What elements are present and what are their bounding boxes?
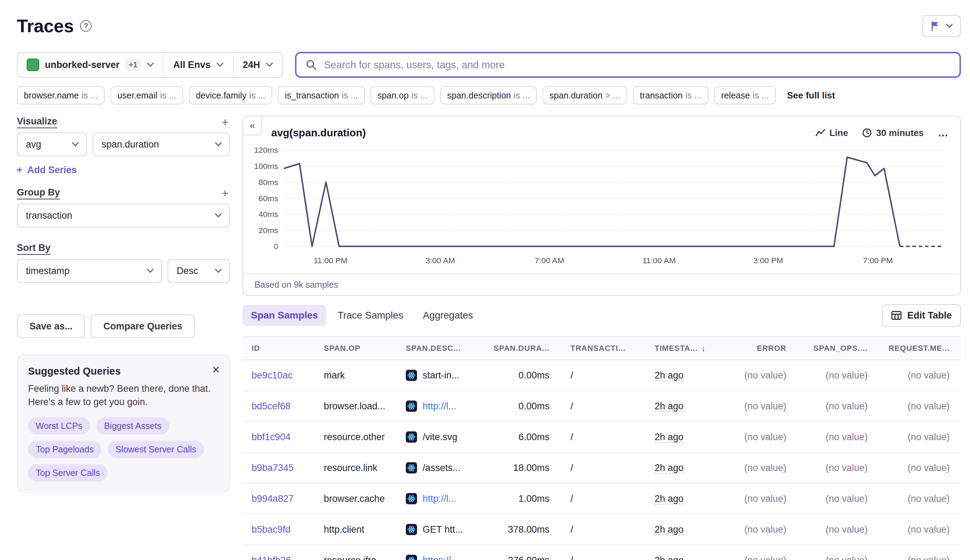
svg-text:7:00 AM: 7:00 AM (535, 256, 564, 265)
span-description-link[interactable]: http://l... (423, 401, 456, 412)
column-header[interactable]: SPAN.DESC... (406, 344, 490, 353)
timerange-selector[interactable]: 24H (233, 53, 283, 77)
add-series-button[interactable]: + Add Series (17, 165, 77, 175)
environment-selector[interactable]: All Envs (163, 53, 233, 77)
interval-label: 30 minutes (876, 128, 924, 138)
compare-queries-button[interactable]: Compare Queries (91, 314, 195, 338)
filter-chip[interactable]: releaseis ... (714, 86, 776, 105)
tab-span-samples[interactable]: Span Samples (242, 305, 326, 326)
suggested-query-chip[interactable]: Slowest Server Calls (108, 441, 204, 458)
error-cell: (no value) (735, 493, 787, 504)
span-id-link[interactable]: b994a827 (252, 493, 294, 504)
timestamp-cell: 2h ago (655, 432, 735, 443)
filter-chip-key: span.description (447, 90, 511, 100)
request-method-cell: (no value) (868, 524, 950, 535)
whats-new-button[interactable] (922, 15, 961, 37)
span-id-link[interactable]: bd5cef68 (252, 401, 290, 412)
chevron-down-icon (215, 213, 222, 218)
filter-chip-condition: is ... (753, 90, 769, 100)
filter-chip[interactable]: browser.nameis ... (17, 86, 105, 105)
transaction-cell: / (550, 401, 655, 412)
column-header[interactable]: TIMESTA...↓ (655, 343, 735, 353)
span-description-link[interactable]: http://l... (423, 493, 456, 504)
field-select[interactable]: span.duration (93, 132, 230, 156)
error-cell: (no value) (735, 432, 787, 443)
column-header[interactable]: TRANSACTI... (550, 344, 655, 353)
timestamp-cell: 2h ago (655, 401, 735, 412)
filter-chip[interactable]: transactionis ... (633, 86, 708, 105)
span-id-link[interactable]: b9ba7345 (252, 463, 294, 473)
column-header-label: REQUEST.ME... (889, 344, 950, 353)
close-icon[interactable]: ✕ (212, 364, 220, 376)
sort-field-select[interactable]: timestamp (17, 259, 162, 283)
group-by-heading: Group By (17, 187, 60, 199)
span-description-cell: start-in... (406, 370, 490, 381)
column-header[interactable]: SPAN.DURA... (490, 344, 550, 353)
request-method-cell: (no value) (868, 370, 950, 381)
suggested-query-chip[interactable]: Worst LCPs (28, 417, 90, 435)
error-cell: (no value) (735, 370, 787, 381)
filter-chip[interactable]: span.opis ... (370, 86, 435, 105)
span-ops-cell: (no value) (787, 370, 868, 381)
filter-chip[interactable]: span.duration> ... (542, 86, 627, 105)
filter-chip[interactable]: user.emailis ... (110, 86, 183, 105)
span-id-link[interactable]: be9c10ac (252, 370, 293, 380)
sort-direction-select[interactable]: Desc (168, 259, 230, 283)
field-select-value: span.duration (102, 139, 159, 150)
traces-line-chart: 120ms100ms80ms60ms40ms20ms011:00 PM3:00 … (243, 142, 960, 272)
suggested-query-chip[interactable]: Top Pageloads (28, 441, 101, 458)
edit-table-label: Edit Table (907, 310, 952, 321)
timestamp-value[interactable]: 2h ago (655, 524, 684, 535)
column-header[interactable]: SPAN_OPS.... (787, 344, 868, 353)
span-id-link[interactable]: bbf1c904 (252, 432, 290, 442)
chevron-down-icon (147, 62, 154, 67)
span-id-cell: bd5cef68 (252, 401, 324, 412)
edit-table-button[interactable]: Edit Table (882, 304, 961, 327)
timestamp-value[interactable]: 2h ago (655, 463, 684, 473)
group-by-select[interactable]: transaction (17, 203, 230, 227)
filter-chip[interactable]: is_transactionis ... (278, 86, 365, 105)
filter-chip-condition: is ... (82, 90, 98, 100)
column-header[interactable]: ERROR (735, 344, 787, 353)
filter-chip-key: release (721, 90, 750, 100)
save-as-button[interactable]: Save as... (17, 314, 85, 338)
filter-chip-key: device.family (196, 90, 247, 100)
react-platform-icon (406, 555, 417, 560)
span-id-link[interactable]: b5bac9fd (252, 524, 290, 535)
suggested-queries-card: ✕ Suggested Queries Feeling like a newb?… (17, 354, 230, 493)
column-header[interactable]: SPAN.OP (324, 344, 406, 353)
aggregate-select[interactable]: avg (17, 132, 87, 156)
table-row: bbf1c904resource.other/vite.svg6.00ms/2h… (242, 422, 961, 453)
traces-page: Traces ? unborked-server +1 All Envs 2 (0, 0, 970, 560)
suggested-query-chip[interactable]: Biggest Assets (97, 417, 169, 435)
collapse-sidebar-button[interactable]: « (243, 116, 262, 135)
chart-type-control[interactable]: Line (815, 128, 848, 138)
chart-menu-button[interactable]: … (938, 127, 949, 139)
column-header-label: TIMESTA... (655, 344, 698, 353)
add-visualize-button[interactable]: + (220, 116, 230, 128)
top-bar: Traces ? (17, 14, 961, 38)
timestamp-value[interactable]: 2h ago (655, 555, 684, 560)
tab-trace-samples[interactable]: Trace Samples (329, 305, 412, 326)
span-description-cell: GET htt... (406, 524, 490, 535)
timestamp-value[interactable]: 2h ago (655, 370, 684, 381)
filter-chip[interactable]: span.descriptionis ... (440, 86, 537, 105)
react-platform-icon (406, 370, 417, 381)
project-selector[interactable]: unborked-server +1 (18, 53, 163, 77)
suggested-query-chip[interactable]: Top Server Calls (28, 464, 108, 482)
help-icon[interactable]: ? (80, 20, 92, 32)
span-description-link[interactable]: https://... (423, 555, 459, 560)
see-full-list-button[interactable]: See full list (782, 90, 841, 101)
timestamp-value[interactable]: 2h ago (655, 401, 684, 412)
add-group-by-button[interactable]: + (220, 187, 230, 199)
svg-text:3:00 AM: 3:00 AM (425, 256, 455, 265)
column-header[interactable]: REQUEST.ME... (868, 344, 950, 353)
filter-chip[interactable]: device.familyis ... (189, 86, 272, 105)
column-header[interactable]: ID (252, 344, 324, 353)
timestamp-value[interactable]: 2h ago (655, 493, 684, 504)
span-id-link[interactable]: b41bfb26 (252, 555, 291, 560)
interval-control[interactable]: 30 minutes (862, 128, 924, 138)
search-input[interactable] (324, 59, 950, 71)
tab-aggregates[interactable]: Aggregates (415, 305, 482, 326)
timestamp-value[interactable]: 2h ago (655, 432, 684, 443)
